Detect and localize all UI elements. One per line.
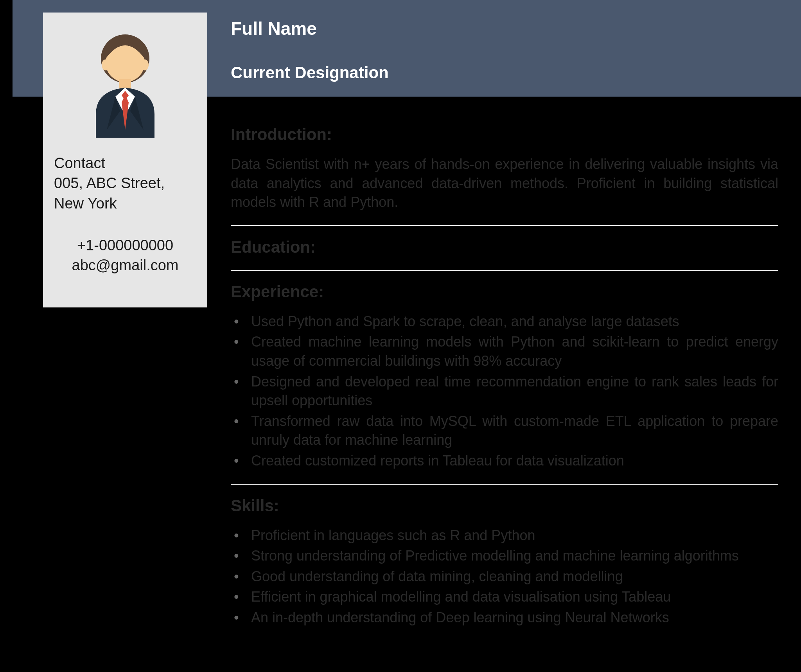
list-item: Used Python and Spark to scrape, clean, … bbox=[231, 312, 778, 331]
address-line-2: New York bbox=[54, 194, 196, 214]
education-heading: Education: bbox=[231, 238, 778, 257]
experience-list: Used Python and Spark to scrape, clean, … bbox=[231, 312, 778, 471]
full-name: Full Name bbox=[231, 18, 317, 39]
introduction-text: Data Scientist with n+ years of hands-on… bbox=[231, 155, 778, 212]
list-item: Strong understanding of Predictive model… bbox=[231, 546, 778, 566]
address-line-1: 005, ABC Street, bbox=[54, 173, 196, 193]
avatar bbox=[54, 28, 196, 138]
divider bbox=[231, 484, 778, 485]
phone-number: +1-000000000 bbox=[54, 235, 196, 255]
contact-block: Contact 005, ABC Street, New York +1-000… bbox=[54, 153, 196, 275]
svg-rect-4 bbox=[119, 79, 131, 88]
contact-card: Contact 005, ABC Street, New York +1-000… bbox=[43, 13, 207, 307]
list-item: Efficient in graphical modelling and dat… bbox=[231, 588, 778, 607]
skills-heading: Skills: bbox=[231, 496, 778, 515]
experience-heading: Experience: bbox=[231, 282, 778, 301]
list-item: Transformed raw data into MySQL with cus… bbox=[231, 412, 778, 450]
list-item: Proficient in languages such as R and Py… bbox=[231, 526, 778, 545]
main-content: Introduction: Data Scientist with n+ yea… bbox=[231, 125, 778, 629]
divider bbox=[231, 225, 778, 226]
introduction-heading: Introduction: bbox=[231, 125, 778, 144]
contact-label: Contact bbox=[54, 153, 196, 173]
divider bbox=[231, 270, 778, 271]
list-item: Designed and developed real time recomme… bbox=[231, 372, 778, 410]
person-icon bbox=[84, 28, 166, 138]
skills-list: Proficient in languages such as R and Py… bbox=[231, 526, 778, 627]
list-item: Created customized reports in Tableau fo… bbox=[231, 451, 778, 471]
email-address: abc@gmail.com bbox=[54, 255, 196, 275]
list-item: Good understanding of data mining, clean… bbox=[231, 567, 778, 586]
list-item: Created machine learning models with Pyt… bbox=[231, 332, 778, 370]
svg-point-3 bbox=[141, 59, 149, 70]
current-designation: Current Designation bbox=[231, 63, 389, 82]
svg-point-2 bbox=[102, 59, 110, 70]
list-item: An in-depth understanding of Deep learni… bbox=[231, 608, 778, 627]
